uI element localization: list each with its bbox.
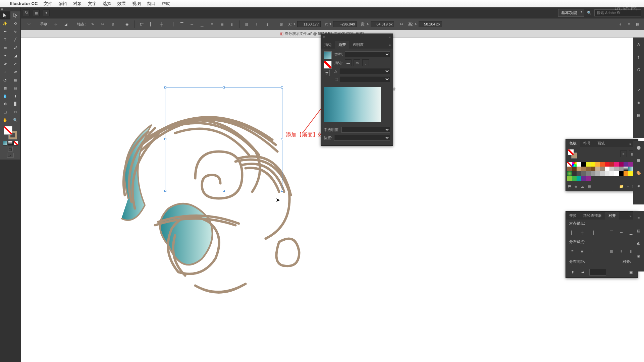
swatch-fillstroke[interactable] — [568, 149, 577, 159]
shaper-tool[interactable]: ✦ — [0, 52, 10, 60]
gradient-none[interactable] — [324, 61, 332, 69]
artboard-tool[interactable]: ▢ — [0, 108, 10, 116]
align-vcenter-icon[interactable]: ═ — [618, 229, 625, 236]
handle-top-mid[interactable] — [223, 86, 225, 88]
isolate-icon[interactable]: ◉ — [124, 21, 130, 27]
opacity-select[interactable] — [341, 127, 390, 133]
gradient-type-select[interactable] — [345, 51, 390, 57]
pen-tool[interactable]: ✒ — [0, 27, 10, 36]
direct-selection-tool[interactable] — [10, 11, 21, 19]
pin-icon[interactable]: ⫞ — [617, 21, 623, 27]
menu-help[interactable]: 帮助 — [162, 1, 170, 7]
align-top-icon[interactable]: ▔ — [608, 229, 615, 236]
rotate-tool[interactable]: ⟳ — [0, 60, 10, 68]
dist-hspace-icon[interactable]: ⬌ — [579, 269, 586, 276]
tab-pathfinder[interactable]: 路径查找器 — [580, 212, 605, 220]
selection-tool[interactable] — [0, 11, 10, 19]
dock-char-icon[interactable]: A — [635, 40, 643, 48]
dock-layers-icon[interactable]: ◈ — [635, 182, 643, 190]
align-b-icon[interactable]: ▁ — [199, 21, 205, 27]
dock-appear-icon[interactable]: ◉ — [635, 252, 643, 260]
gradient-mode[interactable] — [8, 141, 13, 145]
handle-top-left[interactable] — [164, 86, 166, 88]
menu-effect[interactable]: 效果 — [117, 1, 126, 7]
free-transform-tool[interactable]: ▱ — [10, 68, 21, 76]
align-m-icon[interactable]: ═ — [189, 21, 195, 27]
dist-vcenter-icon[interactable]: ≣ — [579, 248, 585, 254]
dist-top-icon[interactable]: ≡ — [569, 248, 576, 254]
handle-bot-mid[interactable] — [223, 190, 225, 192]
swatch-kind-icon[interactable]: ◈ — [575, 184, 577, 189]
align-r-icon[interactable]: ▕ — [169, 21, 175, 27]
swatch-group-icon[interactable]: ▦ — [588, 184, 591, 189]
type-tool[interactable]: T — [0, 36, 10, 44]
dist-v3-icon[interactable]: ⫼ — [264, 21, 270, 27]
dock-color-icon[interactable]: ⬤ — [635, 143, 643, 152]
align-t-icon[interactable]: ▔ — [179, 21, 185, 27]
anchor-join-icon[interactable]: ⊕ — [110, 21, 116, 27]
menu-type[interactable]: 文字 — [88, 1, 97, 7]
tab-symbols[interactable]: 符号 — [580, 139, 594, 147]
x-field[interactable]: X: ⥮ — [288, 21, 320, 27]
gradient-reverse-icon[interactable]: ⇄ — [324, 70, 330, 76]
swatch-lib-icon[interactable]: ⬒ — [568, 184, 571, 189]
mesh-tool[interactable]: ▩ — [0, 84, 10, 92]
swatch-folder-icon[interactable]: 📁 — [619, 184, 624, 189]
eyedropper-tool[interactable]: 💧 — [0, 92, 10, 100]
panel-menu-icon[interactable]: ▤ — [635, 21, 641, 27]
lasso-tool[interactable]: ⟲ — [10, 19, 21, 27]
perspective-tool[interactable]: ▦ — [10, 76, 21, 84]
panel-collapse-icon[interactable]: « — [389, 36, 391, 39]
tab-swatches[interactable]: 色板 — [566, 139, 580, 147]
dock-grad-icon[interactable]: ▤ — [635, 227, 643, 235]
location-select[interactable] — [334, 135, 390, 141]
stroke-mode-3[interactable]: ▯ — [362, 59, 369, 66]
dist-h2-icon[interactable]: ≣ — [219, 21, 225, 27]
graph-tool[interactable]: ▊ — [10, 100, 21, 108]
fill-stroke-swatch[interactable] — [4, 126, 17, 139]
stock-icon[interactable]: St — [23, 9, 30, 16]
scale-tool[interactable]: ⤢ — [10, 60, 21, 68]
draw-normal[interactable]: ▢ — [8, 147, 13, 152]
options-icon[interactable]: ≡ — [626, 21, 632, 27]
menu-select[interactable]: 选择 — [103, 1, 111, 7]
align-left-icon[interactable]: ▏ — [569, 229, 576, 236]
dist-h3-icon[interactable]: ⫼ — [229, 21, 235, 27]
gradient-panel[interactable]: ×« 描边 渐变 透明度 ≡ ⇄ 类型: 描边: ▬ ▭ ▯ △ ⬚ — [321, 34, 393, 146]
w-input[interactable] — [371, 21, 394, 27]
y-input[interactable] — [333, 21, 357, 27]
gradient-ramp[interactable] — [324, 87, 381, 122]
panel-close-icon[interactable]: × — [323, 36, 325, 39]
tab-align[interactable]: 对齐 — [605, 212, 619, 220]
paintbrush-tool[interactable]: 🖌 — [10, 44, 21, 52]
h-field[interactable]: 高: ⥮ — [408, 21, 442, 27]
gradient-preview-swatch[interactable] — [324, 51, 332, 59]
tab-transparency[interactable]: 透明度 — [349, 41, 367, 49]
handle-mid-left[interactable] — [164, 138, 166, 140]
magic-wand-tool[interactable]: ✨ — [0, 19, 10, 27]
dist-space-input[interactable] — [589, 269, 606, 276]
arrange-icon[interactable]: ▦ — [33, 9, 40, 16]
stroke-mode-2[interactable]: ▭ — [354, 59, 360, 66]
search-icon[interactable]: 🔍 — [587, 11, 592, 15]
zoom-tool[interactable]: 🔍 — [10, 116, 21, 124]
ref-point-icon[interactable]: ⊞ — [278, 21, 284, 27]
gradient-angle[interactable] — [339, 68, 390, 74]
tab-transform[interactable]: 变换 — [566, 212, 580, 220]
tab-gradient[interactable]: 渐变 — [335, 41, 349, 49]
blend-tool[interactable]: ◗ — [10, 92, 21, 100]
dock-stroke-icon[interactable]: ≡ — [635, 214, 643, 222]
dock-para-icon[interactable]: ¶ — [635, 53, 643, 61]
handle-top-right[interactable] — [281, 86, 283, 88]
align-collapse-icon[interactable]: » — [628, 213, 633, 220]
smooth-icon[interactable]: 〰 — [26, 21, 32, 27]
menu-view[interactable]: 视图 — [132, 1, 141, 7]
w-field[interactable]: 宽: ⥮ — [361, 21, 394, 27]
anchor-cut-icon[interactable]: ✂ — [100, 21, 106, 27]
app-name[interactable]: Illustrator CC — [10, 1, 38, 6]
gradient-tool[interactable]: ▤ — [10, 84, 21, 92]
x-input[interactable] — [297, 21, 321, 27]
dist-hcenter-icon[interactable]: ⦀ — [618, 248, 625, 254]
toolbox-close[interactable] — [0, 7, 20, 11]
menu-window[interactable]: 窗口 — [147, 1, 156, 7]
